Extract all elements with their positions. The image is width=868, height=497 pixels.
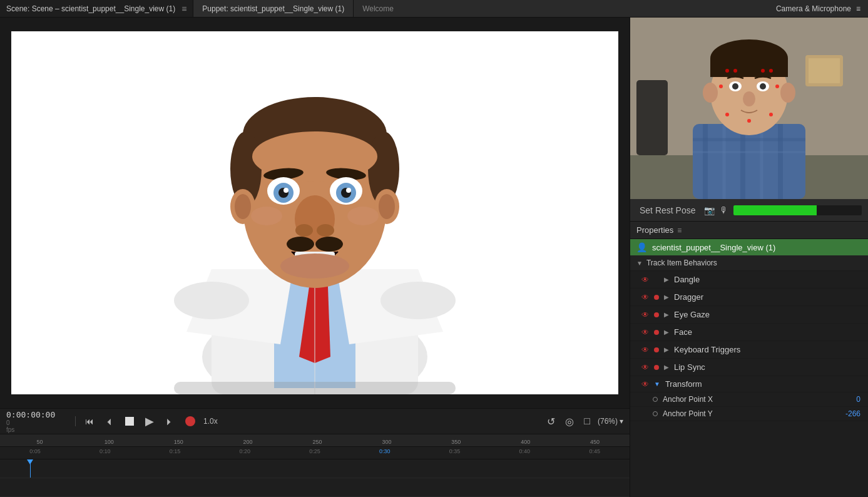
transform-row[interactable]: 👁 ▼ Transform	[630, 376, 868, 392]
ruler-mark-250: 250	[283, 439, 352, 445]
track-item-behaviors-header[interactable]: ▼ Track Item Behaviors	[630, 255, 868, 271]
svg-rect-75	[636, 80, 668, 155]
behavior-row-keyboard-triggers[interactable]: 👁 ▶ Keyboard Triggers	[630, 341, 868, 359]
step-forward-button[interactable]: ⏵	[162, 414, 177, 428]
camera-panel-label: Camera & Microphone	[776, 4, 851, 13]
ruler-mark-450: 450	[560, 439, 630, 445]
tab-puppet[interactable]: Puppet: scientist_puppet__Single_view (1…	[193, 0, 354, 17]
playhead	[30, 459, 31, 478]
tab-bar: Scene: Scene – scientist_puppet__Single_…	[0, 0, 868, 18]
svg-point-72	[761, 69, 765, 73]
playhead-head	[27, 459, 33, 464]
anchor-x-circle-icon	[653, 397, 658, 402]
stop-icon	[125, 417, 134, 426]
anchor-x-value[interactable]: 0	[856, 395, 860, 404]
zoom-chevron-icon: ▾	[620, 417, 623, 426]
record-button[interactable]	[182, 414, 198, 428]
svg-point-66	[719, 85, 723, 88]
svg-point-18	[235, 194, 251, 219]
timeline-ruler: 50 100 150 200 250 300 350 400 450	[0, 434, 630, 447]
tab-welcome[interactable]: Welcome	[354, 0, 402, 17]
dragger-dot	[654, 295, 659, 300]
transform-label: Transform	[665, 379, 702, 389]
properties-header: Properties ≡	[630, 222, 868, 239]
timeline[interactable]: 50 100 150 200 250 300 350 400 450 0:05 …	[0, 434, 630, 497]
lip-sync-expand-icon[interactable]: ▶	[664, 364, 669, 371]
camera-background	[630, 18, 868, 199]
svg-rect-56	[710, 58, 788, 77]
puppet-item[interactable]: 👤 scientist_puppet__Single_view (1)	[630, 239, 868, 255]
face-eye-icon: 👁	[641, 328, 649, 337]
timecode-mark-020: 0:20	[210, 448, 280, 459]
step-back-button[interactable]: ⏴	[102, 414, 117, 428]
timeline-track-1[interactable]	[0, 459, 630, 478]
svg-point-28	[283, 188, 288, 193]
frame-number: 0	[6, 419, 69, 426]
svg-point-67	[775, 85, 779, 88]
anchor-y-value[interactable]: -266	[845, 409, 860, 418]
camera-person-svg	[630, 18, 868, 199]
ruler-mark-100: 100	[74, 439, 144, 445]
svg-point-37	[280, 254, 349, 279]
scene-tab-menu-icon[interactable]: ≡	[181, 4, 186, 14]
svg-point-58	[780, 83, 795, 103]
camera-panel-menu-icon[interactable]: ≡	[856, 4, 860, 13]
timecode-mark-005: 0:05	[0, 448, 70, 459]
eye-gaze-expand-icon[interactable]: ▶	[664, 311, 669, 318]
eye-gaze-dot	[654, 312, 659, 317]
svg-point-41	[380, 282, 456, 319]
behavior-row-face[interactable]: 👁 ▶ Face	[630, 324, 868, 341]
svg-point-71	[733, 69, 737, 73]
speed-button[interactable]: 1.0x	[203, 417, 218, 426]
timeline-track-2[interactable]	[0, 478, 630, 497]
lip-sync-eye-icon: 👁	[641, 363, 649, 372]
transport-bar: 0:00:00:00 0 fps ⏮ ⏴ ▶ ⏵ 1.0x ↺ ◎	[0, 408, 630, 434]
play-button[interactable]: ▶	[142, 412, 157, 430]
behavior-row-dragger[interactable]: 👁 ▶ Dragger	[630, 289, 868, 306]
svg-point-68	[725, 113, 729, 116]
svg-point-64	[725, 69, 729, 73]
transform-collapse-icon[interactable]: ▼	[654, 381, 660, 387]
eye-gaze-label: Eye Gaze	[674, 310, 710, 319]
behavior-row-lip-sync[interactable]: 👁 ▶ Lip Sync	[630, 359, 868, 376]
dangle-expand-icon[interactable]: ▶	[664, 276, 669, 283]
svg-point-61	[732, 83, 738, 90]
properties-menu-icon[interactable]: ≡	[677, 226, 682, 235]
stop-button[interactable]	[122, 415, 137, 428]
audio-level-fill	[733, 205, 817, 215]
background-button[interactable]: □	[581, 414, 593, 428]
right-panel: Set Rest Pose 📷 🎙 Properties ≡ 👤 scienti…	[630, 18, 868, 497]
set-rest-pose-button[interactable]: Set Rest Pose	[636, 203, 699, 217]
scene-tab-label: Scene: Scene – scientist_puppet__Single_…	[6, 4, 175, 13]
puppet-tab-label: Puppet: scientist_puppet__Single_view (1…	[202, 4, 344, 13]
svg-point-38	[251, 207, 282, 225]
globe-button[interactable]: ◎	[563, 414, 576, 429]
timecode-display: 0:00:00:00 0 fps	[6, 410, 69, 433]
main-content: 0:00:00:00 0 fps ⏮ ⏴ ▶ ⏵ 1.0x ↺ ◎	[0, 18, 868, 497]
svg-point-34	[315, 237, 343, 252]
record-icon	[185, 416, 195, 426]
ruler-marks: 50 100 150 200 250 300 350 400 450	[0, 439, 630, 445]
properties-title: Properties	[636, 225, 673, 235]
dragger-expand-icon[interactable]: ▶	[664, 294, 669, 300]
zoom-control[interactable]: (76%) ▾	[598, 417, 623, 426]
svg-point-19	[379, 194, 395, 219]
svg-point-39	[347, 207, 379, 225]
dragger-eye-icon: 👁	[641, 293, 649, 302]
behavior-row-eye-gaze[interactable]: 👁 ▶ Eye Gaze	[630, 306, 868, 324]
timecode-mark-030: 0:30	[350, 448, 420, 459]
keyboard-triggers-expand-icon[interactable]: ▶	[664, 346, 669, 353]
camera-feed	[630, 18, 868, 199]
anchor-x-label: Anchor Point X	[663, 395, 851, 404]
face-expand-icon[interactable]: ▶	[664, 329, 669, 336]
svg-point-62	[760, 83, 766, 90]
back-to-start-button[interactable]: ⏮	[82, 414, 97, 428]
behavior-row-dangle[interactable]: 👁 ▶ Dangle	[630, 271, 868, 289]
tab-scene[interactable]: Scene: Scene – scientist_puppet__Single_…	[0, 0, 193, 17]
puppet-icon: 👤	[636, 242, 647, 252]
svg-point-33	[287, 237, 314, 252]
zoom-value: (76%)	[598, 417, 618, 426]
svg-rect-42	[174, 382, 456, 394]
loop-button[interactable]: ↺	[544, 414, 558, 429]
camera-panel-header: Camera & Microphone ≡	[768, 4, 868, 13]
